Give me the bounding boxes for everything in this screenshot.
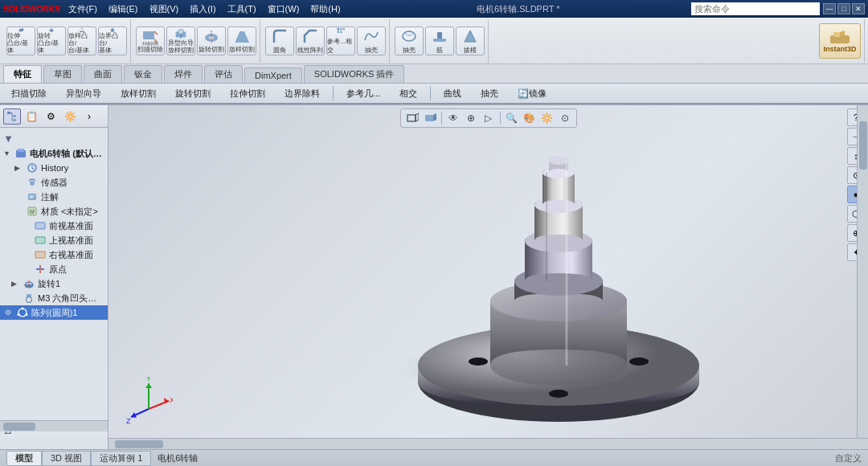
menu-window[interactable]: 窗口(W)	[263, 2, 305, 16]
h-scrollbar[interactable]	[108, 438, 868, 449]
second-toolbar-curves[interactable]: 曲线	[436, 86, 469, 101]
tree-root-item[interactable]: ▼ 电机6转轴 (默认<<默认>显...	[0, 146, 108, 161]
m3bolt-label: M3 六角凹头螺钉的柱形孔示...	[38, 292, 104, 305]
tab-weld[interactable]: 焊件	[164, 65, 203, 83]
scan-equal-button[interactable]: 扫描切除 扫描切除	[136, 27, 165, 55]
second-toolbar-mirror[interactable]: 🔄镜像	[510, 86, 555, 101]
second-toolbar-btn2[interactable]: 异型向导	[58, 86, 109, 101]
more-group: 抽壳 筋 拔模	[391, 19, 489, 63]
tree-front-plane-item[interactable]: ▶ 前视基准面	[0, 219, 108, 233]
tree-m3bolt-item[interactable]: ▶ M3 六角凹头螺钉的柱形孔示...	[0, 291, 108, 305]
status-tab-model[interactable]: 模型	[6, 451, 42, 466]
v-scroll-thumb[interactable]	[859, 121, 867, 170]
panel-icon-expand[interactable]: ›	[80, 108, 98, 125]
svg-point-38	[30, 181, 35, 186]
svg-rect-13	[178, 29, 183, 34]
tab-addins[interactable]: SOLIDWORKS 插件	[304, 65, 405, 83]
panel-icon-property[interactable]: 📋	[23, 108, 40, 125]
status-tab-3dview[interactable]: 3D 视图	[42, 451, 91, 466]
close-button[interactable]: ✕	[852, 3, 865, 14]
right-plane-label: 右视基准面	[49, 249, 93, 261]
revolve-boss-button[interactable]: 旋转凸台/基体	[37, 27, 66, 55]
status-right[interactable]: 自定义	[835, 452, 862, 464]
second-toolbar-btn6[interactable]: 边界除料	[276, 86, 328, 101]
tab-dimxpert[interactable]: DimXpert	[244, 67, 302, 83]
svg-text:X: X	[170, 396, 173, 404]
chamfer-button[interactable]: 线性阵列	[296, 27, 325, 55]
instant3d-button[interactable]: Instant3D	[819, 23, 861, 59]
v-scrollbar[interactable]	[857, 105, 868, 438]
pattern1-icon	[16, 306, 29, 319]
tree-history-item[interactable]: ▶ History	[0, 161, 108, 175]
boss-base-group: 拉伸 拉伸凸台/基体 旋转凸台/基体 放样凸台/台/基体 边界凸台/基体	[3, 19, 131, 63]
panel-icon-feature-tree[interactable]	[3, 108, 21, 125]
tree-top-plane-item[interactable]: ▶ 上视基准面	[0, 233, 108, 247]
tab-surface[interactable]: 曲面	[84, 65, 122, 83]
panel-icon-config[interactable]: ⚙	[42, 108, 59, 125]
maximize-button[interactable]: □	[837, 3, 850, 14]
fillet-button[interactable]: 圆角	[265, 27, 294, 55]
curves-button[interactable]: 抽壳	[357, 27, 386, 55]
revolve-cut-button[interactable]: 旋转切割	[197, 27, 226, 55]
window-controls: — □ ✕	[823, 3, 865, 14]
tab-sheetmetal[interactable]: 钣金	[124, 65, 162, 83]
extrude-boss-button[interactable]: 拉伸 拉伸凸台/基体	[6, 27, 35, 55]
tab-evaluate[interactable]: 评估	[204, 65, 243, 83]
svg-point-68	[549, 390, 568, 398]
menu-file[interactable]: 文件(F)	[63, 2, 102, 16]
h-scroll-thumb[interactable]	[115, 440, 163, 448]
svg-text:扫描切除: 扫描切除	[141, 41, 158, 46]
wrap-button[interactable]: 抽壳	[395, 27, 424, 55]
svg-rect-45	[35, 237, 45, 243]
second-toolbar-ref-geo[interactable]: 参考几...	[338, 86, 388, 101]
loft-cut-button[interactable]: 放样切割	[227, 27, 256, 55]
tree-revolve1-item[interactable]: ▶ 旋转1	[0, 276, 108, 291]
svg-rect-18	[338, 28, 340, 31]
tree-pattern1-item[interactable]: ⚙ 陈列(圆周)1	[0, 305, 108, 320]
svg-point-55	[22, 308, 24, 310]
tree-sensor-item[interactable]: ▶ 传感器	[0, 175, 108, 190]
coordinate-indicator: X Y Z	[125, 377, 173, 425]
linear-pattern-button[interactable]: 参考...相交	[326, 27, 355, 55]
minimize-button[interactable]: —	[823, 3, 836, 14]
second-toolbar-btn5[interactable]: 拉伸切割	[222, 86, 273, 101]
svg-point-66	[629, 358, 649, 366]
svg-line-9	[154, 31, 158, 35]
svg-rect-20	[343, 28, 346, 31]
viewport[interactable]: 👁 ⊕ ▷ 🔍 🎨 🔆 ⊙	[108, 105, 868, 449]
second-toolbar-intersect[interactable]: 相交	[391, 86, 425, 101]
svg-rect-36	[18, 149, 24, 152]
svg-rect-6	[81, 27, 83, 28]
draft-button[interactable]: 拔模	[456, 27, 485, 55]
tree-annotation-item[interactable]: ▶ 注解	[0, 190, 108, 204]
second-toolbar-btn3[interactable]: 放样切割	[113, 86, 164, 101]
root-icon	[14, 147, 27, 160]
menu-view[interactable]: 视图(V)	[145, 2, 184, 16]
tree-origin-item[interactable]: ▶ 原点	[0, 262, 108, 276]
second-toolbar-instantiate[interactable]: 抽壳	[473, 86, 506, 101]
menu-tools[interactable]: 工具(T)	[223, 2, 261, 16]
bottom-scrollbar[interactable]	[0, 420, 108, 431]
tree-material-item[interactable]: ▶ M 材质 <未指定>	[0, 204, 108, 219]
tree-right-plane-item[interactable]: ▶ 右视基准面	[0, 247, 108, 262]
loft-boss-button[interactable]: 放样凸台/台/基体	[68, 27, 96, 55]
top-plane-label: 上视基准面	[49, 235, 93, 247]
tab-bar: 特征 草图 曲面 钣金 焊件 评估 DimXpert SOLIDWORKS 插件	[0, 64, 868, 84]
menu-edit[interactable]: 编辑(E)	[104, 2, 143, 16]
tab-sketch[interactable]: 草图	[43, 65, 82, 83]
status-tab-motion[interactable]: 运动算例 1	[91, 451, 151, 466]
svg-rect-32	[12, 115, 16, 117]
pattern1-label: 陈列(圆周)1	[31, 307, 77, 319]
bottom-scroll-thumb[interactable]	[3, 423, 35, 431]
extrude-cut-button[interactable]: 异型向导放样切割	[166, 27, 195, 55]
boundary-boss-button[interactable]: 边界凸台/基体	[98, 27, 127, 55]
panel-icon-display[interactable]: 🔆	[61, 108, 79, 125]
menu-insert[interactable]: 插入(I)	[185, 2, 220, 16]
svg-point-56	[26, 313, 28, 316]
rib-button[interactable]: 筋	[425, 27, 454, 55]
menu-help[interactable]: 帮助(H)	[305, 2, 345, 16]
second-toolbar-btn4[interactable]: 旋转切割	[167, 86, 219, 101]
tab-feature[interactable]: 特征	[3, 65, 42, 83]
search-input[interactable]	[691, 2, 820, 15]
second-toolbar-btn1[interactable]: 扫描切除	[3, 86, 55, 101]
